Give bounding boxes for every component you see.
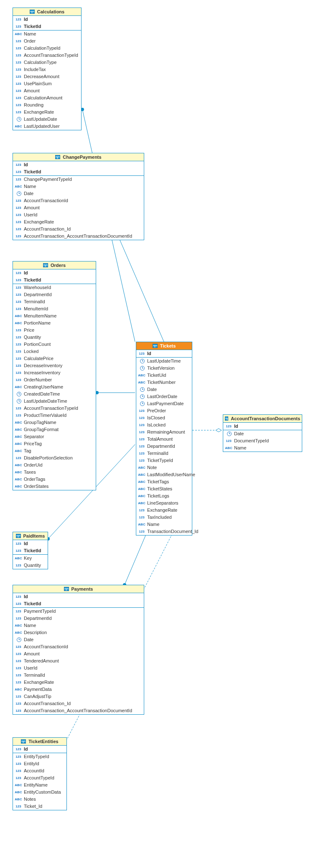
column-row[interactable]: Date	[223, 430, 302, 437]
column-row[interactable]: Note	[136, 464, 192, 471]
column-row[interactable]: LineSeparators	[136, 500, 192, 507]
column-row[interactable]: Name	[13, 30, 81, 38]
column-row[interactable]: TicketTags	[136, 478, 192, 485]
column-row[interactable]: DisablePortionSelection	[13, 454, 96, 462]
column-row[interactable]: TerminalId	[136, 450, 192, 457]
column-row[interactable]: ProductTimerValueId	[13, 412, 96, 419]
column-row[interactable]: Ticket_Id	[13, 803, 66, 810]
column-row[interactable]: CreatingUserName	[13, 383, 96, 391]
column-row[interactable]: ExchangeRate	[13, 679, 144, 686]
column-row[interactable]: RemainingAmount	[136, 429, 192, 436]
column-row[interactable]: LastOrderDate	[136, 393, 192, 400]
column-row[interactable]: PortionName	[13, 320, 96, 327]
column-row[interactable]: TicketId	[13, 600, 144, 607]
column-row[interactable]: AccountTransactionTypeId	[13, 405, 96, 412]
column-row[interactable]: AccountTransaction_AccountTransactionDoc…	[13, 707, 144, 714]
column-row[interactable]: DepartmentId	[13, 291, 96, 298]
column-row[interactable]: TicketId	[13, 168, 144, 175]
column-row[interactable]: AccountTransaction_Id	[13, 226, 144, 233]
column-row[interactable]: LastPaymentDate	[136, 400, 192, 407]
column-row[interactable]: EntityId	[13, 760, 66, 767]
column-row[interactable]: DepartmentId	[13, 615, 144, 622]
column-row[interactable]: TicketNumber	[136, 379, 192, 386]
column-row[interactable]: TransactionDocument_Id	[136, 528, 192, 535]
column-row[interactable]: LastUpdatedUser	[13, 123, 81, 130]
column-row[interactable]: Price	[13, 327, 96, 334]
column-row[interactable]: LastUpdateDate	[13, 116, 81, 123]
column-row[interactable]: PaymentTypeId	[13, 608, 144, 615]
column-row[interactable]: TicketVersion	[136, 365, 192, 372]
column-row[interactable]: AccountTransactionId	[13, 643, 144, 650]
column-row[interactable]: Id	[13, 593, 144, 600]
column-row[interactable]: IncreaseInventory	[13, 369, 96, 376]
column-row[interactable]: AccountTransaction_Id	[13, 700, 144, 707]
column-row[interactable]: AccountTransactionTypeId	[13, 52, 81, 59]
column-row[interactable]: Name	[13, 183, 144, 190]
column-row[interactable]: TicketUid	[136, 372, 192, 379]
column-row[interactable]: Id	[13, 161, 144, 168]
column-row[interactable]: OrderUid	[13, 462, 96, 469]
column-row[interactable]: AccountTransaction_AccountTransactionDoc…	[13, 233, 144, 240]
column-row[interactable]: ExchangeRate	[136, 507, 192, 514]
column-row[interactable]: Date	[136, 386, 192, 393]
column-row[interactable]: Key	[13, 555, 48, 562]
column-row[interactable]: TerminalId	[13, 298, 96, 305]
column-row[interactable]: PreOrder	[136, 407, 192, 414]
column-row[interactable]: Locked	[13, 348, 96, 355]
column-row[interactable]: WarehouseId	[13, 284, 96, 291]
column-row[interactable]: DepartmentId	[136, 443, 192, 450]
column-row[interactable]: TicketStates	[136, 485, 192, 492]
column-row[interactable]: TotalAmount	[136, 436, 192, 443]
column-row[interactable]: TicketTypeId	[136, 457, 192, 464]
column-row[interactable]: TicketId	[13, 547, 48, 554]
column-row[interactable]: CanAdjustTip	[13, 693, 144, 700]
column-row[interactable]: IsLocked	[136, 421, 192, 429]
entity-accounttransactiondocuments[interactable]: AccountTransactionDocuments Id DateDocum…	[223, 414, 302, 452]
column-row[interactable]: Id	[13, 540, 48, 547]
column-row[interactable]: IncludeTax	[13, 66, 81, 73]
column-row[interactable]: Id	[13, 746, 66, 753]
column-row[interactable]: IsClosed	[136, 414, 192, 421]
column-row[interactable]: PaymentData	[13, 686, 144, 693]
entity-changepayments[interactable]: ChangePayments IdTicketId ChangePaymentT…	[13, 153, 144, 240]
column-row[interactable]: PriceTag	[13, 440, 96, 447]
column-row[interactable]: Date	[13, 636, 144, 643]
column-row[interactable]: TicketLogs	[136, 492, 192, 500]
column-row[interactable]: OrderTags	[13, 476, 96, 483]
column-row[interactable]: CalculationAmount	[13, 94, 81, 102]
column-row[interactable]: Date	[13, 190, 144, 197]
entity-paiditems[interactable]: PaidItems IdTicketId KeyQuantity	[13, 532, 48, 569]
column-row[interactable]: TerminalId	[13, 672, 144, 679]
column-row[interactable]: OrderStates	[13, 483, 96, 490]
column-row[interactable]: LastUpdateDateTime	[13, 398, 96, 405]
column-row[interactable]: Name	[223, 444, 302, 452]
column-row[interactable]: UsePlainSum	[13, 80, 81, 87]
column-row[interactable]: DocumentTypeId	[223, 437, 302, 444]
column-row[interactable]: ExchangeRate	[13, 109, 81, 116]
column-row[interactable]: MenuItemName	[13, 312, 96, 320]
column-row[interactable]: Amount	[13, 204, 144, 211]
column-row[interactable]: UserId	[13, 211, 144, 218]
column-row[interactable]: CalculationType	[13, 59, 81, 66]
column-row[interactable]: AccountId	[13, 767, 66, 774]
column-row[interactable]: LastModifiedUserName	[136, 471, 192, 478]
column-row[interactable]: Description	[13, 629, 144, 636]
column-row[interactable]: CreatedDateTime	[13, 391, 96, 398]
column-row[interactable]: TenderedAmount	[13, 657, 144, 665]
column-row[interactable]: Rounding	[13, 102, 81, 109]
entity-ticketentities[interactable]: TicketEntities Id EntityTypeIdEntityIdAc…	[13, 737, 67, 810]
column-row[interactable]: Notes	[13, 796, 66, 803]
column-row[interactable]: OrderNumber	[13, 376, 96, 383]
column-row[interactable]: TicketId	[13, 277, 96, 284]
entity-payments[interactable]: Payments IdTicketId PaymentTypeIdDepartm…	[13, 585, 144, 715]
column-row[interactable]: Name	[136, 521, 192, 528]
column-row[interactable]: DecreaseInventory	[13, 362, 96, 369]
column-row[interactable]: TaxIncluded	[136, 514, 192, 521]
column-row[interactable]: UserId	[13, 665, 144, 672]
column-row[interactable]: Id	[223, 423, 302, 430]
column-row[interactable]: TicketId	[13, 23, 81, 30]
column-row[interactable]: MenuItemId	[13, 305, 96, 312]
column-row[interactable]: EntityName	[13, 782, 66, 789]
entity-orders[interactable]: Orders IdTicketId WarehouseIdDepartmentI…	[13, 261, 96, 490]
column-row[interactable]: Id	[13, 16, 81, 23]
